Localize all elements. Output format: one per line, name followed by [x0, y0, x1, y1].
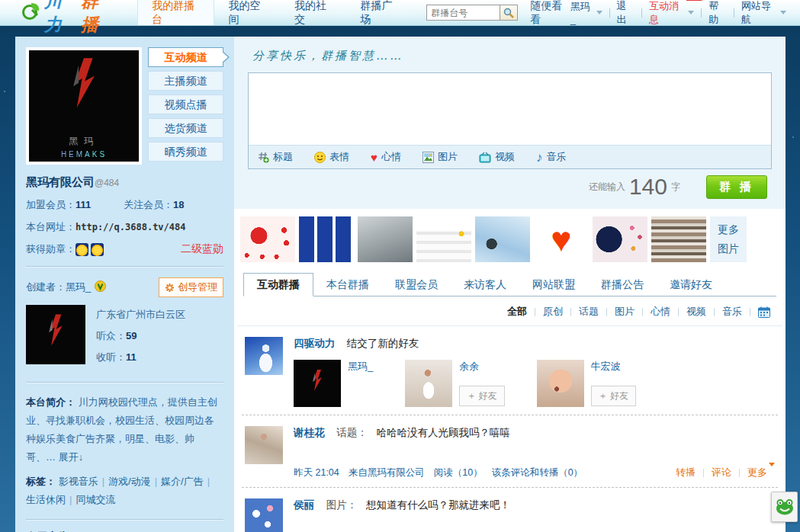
nav-tab-label: 我的社交	[294, 0, 333, 27]
tab-station-feed[interactable]: 本台群播	[313, 274, 382, 296]
avatar[interactable]	[405, 360, 452, 407]
counter-suffix: 字	[671, 181, 680, 194]
comment-button[interactable]: 评论	[712, 466, 731, 479]
broadcast-button[interactable]: 群 播	[706, 175, 767, 199]
picture-tool[interactable]: 图片	[422, 150, 458, 164]
add-friend-button[interactable]: ＋ 好友	[459, 386, 504, 406]
channel-video[interactable]: 视频点播	[148, 95, 223, 114]
nav-tab-label: 群播广场	[361, 0, 400, 27]
hemaks-logo-icon	[39, 308, 72, 361]
friend-name[interactable]: 黑玛_	[348, 360, 373, 373]
search-input[interactable]	[426, 5, 500, 21]
tag-link[interactable]: 游戏/动漫	[108, 476, 151, 487]
messages-link[interactable]: 互动消息 new	[649, 0, 694, 27]
avatar[interactable]	[537, 360, 584, 407]
post-source[interactable]: 来自黑玛有限公司	[349, 466, 425, 479]
creator-name-link[interactable]: 黑玛_	[66, 280, 91, 294]
separator	[641, 8, 642, 18]
compose-input[interactable]	[249, 73, 771, 145]
filter-video[interactable]: 视频	[686, 305, 706, 319]
tab-interactive-feed[interactable]: 互动群播	[243, 273, 313, 296]
mood-tool[interactable]: ♥ 心情	[371, 150, 401, 164]
sitenav-menu[interactable]: 网站导航	[741, 0, 786, 27]
creator-avatar[interactable]	[26, 305, 85, 364]
post-username[interactable]: 四驱动力	[294, 338, 335, 349]
friend-name[interactable]: 牛宏波	[591, 360, 636, 373]
music-icon: ♪	[536, 151, 543, 164]
nav-tab-my-social[interactable]: 我的社交	[281, 0, 347, 25]
avatar[interactable]	[245, 426, 283, 464]
filter-topic[interactable]: 话题	[579, 305, 599, 319]
tab-visitors[interactable]: 来访客人	[451, 274, 519, 296]
avatar[interactable]	[245, 337, 283, 375]
station-avatar[interactable]: 黑玛 HEMAKS	[26, 47, 142, 165]
music-tool[interactable]: ♪ 音乐	[536, 150, 567, 164]
tag-link[interactable]: 同城交流	[76, 494, 115, 505]
tag-link[interactable]: 生活休闲	[26, 494, 66, 505]
gallery-thumb-vip-promo[interactable]	[240, 216, 295, 262]
filter-music[interactable]: 音乐	[722, 305, 742, 319]
post-actions: 转播 评论 更多	[676, 466, 775, 479]
gallery-thumb-cartoon[interactable]	[593, 216, 647, 262]
separator	[703, 469, 704, 477]
channel-shopping[interactable]: 选货频道	[148, 118, 223, 138]
medal-rank-link[interactable]: 二级蓝勋	[181, 242, 223, 256]
gallery-thumb-blue-grid[interactable]	[299, 216, 354, 262]
video-tool[interactable]: 视频	[479, 150, 515, 164]
browse-around-link[interactable]: 随便看看	[530, 0, 570, 27]
search-button[interactable]	[500, 5, 518, 21]
channel-show[interactable]: 晒秀频道	[148, 142, 223, 162]
gallery-thumb-webpage[interactable]	[416, 216, 471, 262]
calendar-icon[interactable]	[758, 306, 770, 318]
station-url[interactable]: http://q.3688.tv/484	[76, 222, 186, 232]
tab-announcements[interactable]: 群播公告	[588, 274, 657, 296]
topic-tool[interactable]: 标题	[258, 150, 293, 164]
filter-original[interactable]: 原创	[543, 305, 563, 319]
post-username[interactable]: 谢桂花	[294, 427, 325, 438]
post-reads[interactable]: 阅读（10）	[434, 466, 483, 479]
nav-tab-my-station[interactable]: 我的群播台	[137, 0, 214, 25]
post-time[interactable]: 昨天 21:04	[294, 466, 339, 479]
more-pictures-link[interactable]: 更多 图片	[710, 216, 747, 262]
tab-alliance-members[interactable]: 联盟会员	[382, 274, 451, 296]
post-text: 想知道有什么吗？那就进来吧！	[366, 499, 510, 511]
gallery-thumb-stripes[interactable]	[651, 216, 706, 262]
post-username[interactable]: 侯丽	[294, 499, 314, 511]
gallery-thumb-expo[interactable]	[475, 216, 530, 262]
filter-all[interactable]: 全部	[507, 305, 527, 319]
avatar[interactable]	[245, 498, 283, 532]
repost-button[interactable]: 转播	[676, 466, 696, 479]
tag-link[interactable]: 媒介/广告	[161, 476, 204, 487]
logout-link[interactable]: 退出	[616, 0, 635, 27]
chevron-down-icon	[596, 11, 602, 14]
tag-link[interactable]: 影视音乐	[59, 476, 98, 487]
filter-mood[interactable]: 心情	[651, 305, 670, 319]
divider	[26, 519, 223, 521]
compose-panel: 标题 表情 ♥ 心情	[248, 72, 772, 169]
filter-picture[interactable]: 图片	[615, 305, 635, 319]
avatar[interactable]	[294, 360, 341, 407]
friend-name[interactable]: 余余	[459, 360, 504, 373]
emoticon-tool[interactable]: 表情	[314, 150, 349, 164]
manage-button[interactable]: 创导管理	[159, 277, 223, 297]
channel-interactive[interactable]: 互动频道	[148, 47, 223, 67]
tab-invite-friends[interactable]: 邀请好友	[657, 274, 725, 296]
post-comments-count[interactable]: 该条评论和转播（0）	[492, 466, 583, 479]
nav-tab-my-space[interactable]: 我的空间	[214, 0, 281, 25]
nav-tab-plaza[interactable]: 群播广场	[347, 0, 413, 25]
channel-anchor[interactable]: 主播频道	[148, 71, 223, 91]
username-menu[interactable]: 黑玛_	[570, 0, 602, 25]
separator	[714, 308, 715, 316]
hemaks-logo-icon	[57, 56, 111, 123]
help-link[interactable]: 帮助	[708, 0, 727, 27]
expand-link[interactable]: 展开↓	[59, 451, 84, 463]
chat-widget-button[interactable]	[771, 492, 798, 522]
gallery-thumb-rainy-bird[interactable]	[358, 216, 413, 262]
site-logo[interactable]: 川力群播	[21, 0, 114, 25]
separator	[734, 8, 734, 18]
heart-icon: ♥	[551, 222, 571, 257]
add-friend-button[interactable]: ＋ 好友	[591, 386, 636, 406]
more-button[interactable]: 更多	[747, 466, 775, 479]
gallery-thumb-heart[interactable]: ♥	[534, 216, 589, 262]
tab-site-alliance[interactable]: 网站联盟	[519, 274, 588, 296]
